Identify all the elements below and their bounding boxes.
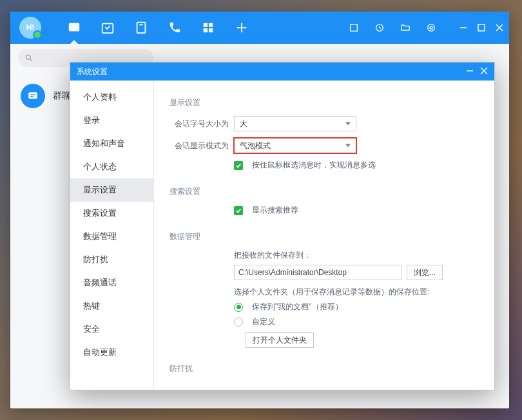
maximize-button[interactable]	[477, 23, 486, 32]
nav-display[interactable]: 显示设置	[70, 178, 153, 202]
font-size-value: 大	[240, 119, 247, 129]
apps-icon[interactable]	[201, 21, 215, 35]
personal-folder-label: 选择个人文件夹（用于保存消息记录等数据）的保存位置:	[234, 287, 429, 298]
settings-title: 系统设置	[77, 66, 108, 77]
radio-save-docs[interactable]	[234, 303, 243, 312]
row-radio-custom: 自定义	[234, 316, 479, 327]
row-search-recommend: 显示搜索推荐	[234, 205, 479, 216]
svg-rect-19	[30, 95, 35, 95]
display-mode-value: 气泡模式	[240, 140, 271, 151]
svg-rect-8	[351, 24, 358, 32]
svg-rect-6	[204, 28, 208, 32]
settings-body: 个人资料 登录 通知和声音 个人状态 显示设置 搜索设置 数据管理 防打扰 音频…	[70, 81, 494, 390]
save-to-label: 把接收的文件保存到：	[234, 250, 311, 261]
chat-tab-icon[interactable]	[67, 21, 81, 35]
avatar[interactable]: H!	[19, 17, 41, 39]
display-mode-label: 会话显示模式为	[169, 140, 229, 151]
row-save-path: 浏览...	[234, 265, 479, 280]
settings-window-controls	[466, 67, 488, 77]
display-mode-select[interactable]: 气泡模式	[234, 138, 356, 153]
folder-icon[interactable]	[398, 21, 412, 35]
browse-button[interactable]: 浏览...	[407, 265, 443, 280]
save-path-input[interactable]	[234, 265, 401, 280]
history-icon[interactable]	[372, 21, 387, 35]
svg-rect-7	[209, 28, 213, 32]
row-multiselect: 按住鼠标框选消息时，实现消息多选	[234, 160, 479, 171]
search-recommend-checkbox[interactable]	[234, 206, 243, 215]
font-size-select[interactable]: 大	[234, 116, 356, 131]
section-dnd-title: 防打扰	[169, 363, 479, 374]
window-controls	[459, 23, 504, 32]
row-personal-folder-label: 选择个人文件夹（用于保存消息记录等数据）的保存位置:	[234, 287, 479, 298]
svg-rect-13	[478, 24, 485, 31]
nav-security[interactable]: 安全	[70, 318, 153, 341]
settings-nav: 个人资料 登录 通知和声音 个人状态 显示设置 搜索设置 数据管理 防打扰 音频…	[70, 81, 154, 390]
multiselect-checkbox[interactable]	[234, 161, 243, 170]
radio-docs-label: 保存到"我的文档"（推荐）	[252, 301, 343, 312]
nav-data[interactable]: 数据管理	[70, 225, 153, 248]
row-display-mode: 会话显示模式为 气泡模式	[169, 138, 479, 153]
radio-custom-label: 自定义	[252, 316, 275, 327]
titlebar-right	[347, 21, 504, 35]
svg-point-16	[26, 55, 30, 59]
section-display-title: 显示设置	[169, 97, 479, 108]
settings-titlebar: 系统设置	[70, 62, 494, 81]
nav-personal-info[interactable]: 个人资料	[70, 86, 153, 109]
notebook-icon[interactable]	[134, 21, 148, 35]
main-titlebar: H!	[10, 12, 509, 44]
svg-rect-2	[137, 23, 146, 33]
nav-audio[interactable]: 音频通话	[70, 271, 153, 294]
settings-close-button[interactable]	[480, 67, 488, 77]
nav-notifications[interactable]: 通知和声音	[70, 132, 153, 155]
chat-item-label: 群聊	[53, 90, 71, 102]
row-open-folder: 打开个人文件夹	[246, 332, 479, 348]
font-size-label: 会话字号大小为	[169, 119, 229, 129]
section-data-title: 数据管理	[169, 231, 479, 242]
minimize-button[interactable]	[459, 23, 468, 32]
svg-point-10	[430, 26, 432, 29]
add-icon[interactable]	[235, 21, 249, 35]
nav-personal-status[interactable]: 个人状态	[70, 155, 153, 178]
desktop-background: H!	[0, 0, 522, 420]
settings-minimize-button[interactable]	[466, 67, 474, 77]
gear-icon[interactable]	[424, 21, 438, 35]
svg-rect-20	[30, 96, 34, 97]
search-recommend-label: 显示搜索推荐	[252, 205, 298, 216]
group-chat-icon	[21, 84, 45, 108]
nav-autoupdate[interactable]: 自动更新	[70, 341, 153, 364]
screenshot-icon[interactable]	[347, 21, 361, 35]
row-save-to-label: 把接收的文件保存到：	[234, 250, 479, 261]
row-font-size: 会话字号大小为 大	[169, 116, 479, 131]
radio-save-custom[interactable]	[234, 318, 243, 327]
svg-point-11	[428, 24, 435, 32]
svg-rect-18	[28, 92, 37, 99]
svg-rect-4	[204, 23, 208, 27]
phone-icon[interactable]	[168, 21, 182, 35]
settings-dialog: 系统设置 个人资料 登录 通知和声音 个人状态 显示设置 搜索设置 数据管理 防…	[70, 62, 495, 390]
nav-search[interactable]: 搜索设置	[70, 202, 153, 225]
nav-hotkey[interactable]: 热键	[70, 294, 153, 318]
settings-content: 显示设置 会话字号大小为 大 会话显示模式为 气泡模式 按住鼠标框选消息时，实现…	[154, 81, 494, 390]
search-icon	[24, 53, 34, 62]
close-button[interactable]	[495, 23, 504, 32]
svg-line-17	[30, 59, 32, 61]
row-radio-docs: 保存到"我的文档"（推荐）	[234, 301, 479, 312]
section-search-title: 搜索设置	[169, 186, 479, 197]
nav-dnd[interactable]: 防打扰	[70, 248, 153, 271]
open-personal-folder-button[interactable]: 打开个人文件夹	[246, 332, 314, 348]
multiselect-label: 按住鼠标框选消息时，实现消息多选	[252, 160, 376, 171]
svg-rect-5	[209, 23, 213, 27]
main-toolbar	[67, 21, 249, 35]
nav-login[interactable]: 登录	[70, 109, 153, 132]
svg-rect-0	[69, 23, 80, 32]
calendar-icon[interactable]	[101, 21, 115, 35]
